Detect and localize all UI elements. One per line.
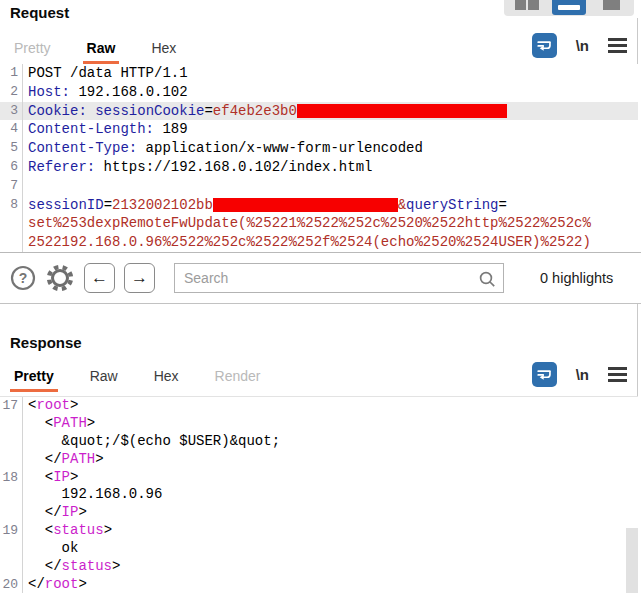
response-editor[interactable]: 17<root> <PATH> &quot;/$(echo $USER)&quo… xyxy=(0,396,638,593)
tab-hex[interactable]: Hex xyxy=(150,366,183,392)
line-number: 8 xyxy=(0,196,23,215)
code-line[interactable]: </IP> xyxy=(0,504,638,522)
layout-toggle xyxy=(504,0,634,16)
code-line[interactable]: 19 <status> xyxy=(0,522,638,540)
code-line[interactable]: 2522192.168.0.96%2522%252c%2522%252f%252… xyxy=(0,233,638,252)
line-number xyxy=(0,433,23,451)
columns-layout-button[interactable] xyxy=(510,0,544,15)
code-text: root xyxy=(45,576,79,592)
tab-hex[interactable]: Hex xyxy=(147,38,180,64)
code-text: < xyxy=(28,469,53,485)
code-text: 2132002102bb xyxy=(112,197,213,213)
tab-pretty[interactable]: Pretty xyxy=(10,38,55,64)
stacked-layout-button[interactable] xyxy=(552,0,586,15)
help-icon[interactable]: ? xyxy=(10,265,36,291)
response-panel-title: Response xyxy=(10,334,82,351)
code-line[interactable]: ok xyxy=(0,540,638,558)
code-text: https://192.168.0.102/index.html xyxy=(95,159,372,175)
tab-pretty[interactable]: Pretty xyxy=(10,366,58,392)
word-wrap-icon[interactable] xyxy=(532,362,557,387)
code-text: Cookie: xyxy=(28,103,87,119)
code-line[interactable]: 4Content-Length: 189 xyxy=(0,120,638,139)
line-number: 7 xyxy=(0,177,23,196)
line-number: 1 xyxy=(0,64,23,83)
newline-toggle-icon[interactable]: \n xyxy=(576,366,589,383)
code-text: PATH xyxy=(53,415,87,431)
code-text: </ xyxy=(28,576,45,592)
code-text: sessionID xyxy=(28,197,104,213)
line-number xyxy=(0,504,23,522)
code-text: IP xyxy=(62,504,79,520)
code-line[interactable]: </status> xyxy=(0,558,638,576)
columns-layout-icon xyxy=(528,0,539,10)
tab-raw[interactable]: Raw xyxy=(86,366,122,392)
single-layout-button[interactable] xyxy=(594,0,628,15)
search-input[interactable] xyxy=(175,264,503,292)
scrollbar-thumb[interactable] xyxy=(626,528,638,593)
line-number: 17 xyxy=(0,397,23,415)
line-number: 18 xyxy=(0,469,23,487)
code-text: = xyxy=(104,197,112,213)
code-text: = xyxy=(204,103,212,119)
response-toolbar-icons: \n xyxy=(532,362,627,387)
line-number: 19 xyxy=(0,522,23,540)
code-line[interactable]: 7 xyxy=(0,177,638,196)
code-text: > xyxy=(95,451,103,467)
code-text: POST /data HTTP/1.1 xyxy=(28,65,188,81)
code-text: > xyxy=(70,397,78,413)
code-text: > xyxy=(70,469,78,485)
code-text: &quot;/$(echo $USER)&quot; xyxy=(28,433,280,449)
line-number: 2 xyxy=(0,83,23,102)
menu-icon[interactable] xyxy=(608,38,627,53)
code-line[interactable]: 8sessionID=2132002102bb&queryString= xyxy=(0,196,638,215)
line-number xyxy=(0,214,23,233)
highlights-count: 0 highlights xyxy=(540,270,613,286)
request-editor[interactable]: 1POST /data HTTP/1.12Host: 192.168.0.102… xyxy=(0,64,638,252)
line-number xyxy=(0,233,23,252)
code-line[interactable]: 2Host: 192.168.0.102 xyxy=(0,83,638,102)
search-previous-button[interactable]: ← xyxy=(84,263,115,293)
redaction-block xyxy=(297,104,507,118)
request-tabs: PrettyRawHex xyxy=(10,38,180,64)
code-line[interactable]: 17<root> xyxy=(0,397,638,415)
code-line[interactable]: 3Cookie: sessionCookie=ef4eb2e3b0 xyxy=(0,102,638,121)
code-text: PATH xyxy=(62,451,96,467)
tab-raw[interactable]: Raw xyxy=(83,38,120,64)
code-text: 192.168.0.102 xyxy=(70,84,188,100)
code-line[interactable]: 20</root> xyxy=(0,576,638,593)
code-text: < xyxy=(28,522,53,538)
search-box xyxy=(174,263,504,293)
svg-text:?: ? xyxy=(19,270,28,286)
code-text: root xyxy=(36,397,70,413)
code-line[interactable]: 192.168.0.96 xyxy=(0,486,638,504)
code-line[interactable]: &quot;/$(echo $USER)&quot; xyxy=(0,433,638,451)
word-wrap-icon[interactable] xyxy=(532,33,557,58)
search-next-button[interactable]: → xyxy=(124,263,155,293)
code-text: queryString xyxy=(406,197,498,213)
code-text: sessionCookie xyxy=(95,103,204,119)
code-text: > xyxy=(78,576,86,592)
code-text: 189 xyxy=(154,121,188,137)
menu-icon[interactable] xyxy=(608,367,627,382)
code-line[interactable]: 6Referer: https://192.168.0.102/index.ht… xyxy=(0,158,638,177)
line-number: 6 xyxy=(0,158,23,177)
code-line[interactable]: 1POST /data HTTP/1.1 xyxy=(0,64,638,83)
code-line[interactable]: set%253dexpRemoteFwUpdate(%25221%2522%25… xyxy=(0,214,638,233)
code-text: Content-Type: xyxy=(28,140,137,156)
code-line[interactable]: </PATH> xyxy=(0,451,638,469)
code-text: < xyxy=(28,415,53,431)
line-number xyxy=(0,540,23,558)
newline-toggle-icon[interactable]: \n xyxy=(576,37,589,54)
search-icon xyxy=(478,270,496,288)
code-line[interactable]: <PATH> xyxy=(0,415,638,433)
line-number: 20 xyxy=(0,576,23,593)
settings-gear-icon[interactable] xyxy=(45,263,75,293)
line-number xyxy=(0,486,23,504)
code-line[interactable]: 18 <IP> xyxy=(0,469,638,487)
code-text: set%253dexpRemoteFwUpdate(%25221%2522%25… xyxy=(28,215,591,231)
tab-render[interactable]: Render xyxy=(211,366,265,392)
code-text: > xyxy=(87,415,95,431)
code-text: = xyxy=(499,197,507,213)
code-text: status xyxy=(53,522,103,538)
code-line[interactable]: 5Content-Type: application/x-www-form-ur… xyxy=(0,139,638,158)
